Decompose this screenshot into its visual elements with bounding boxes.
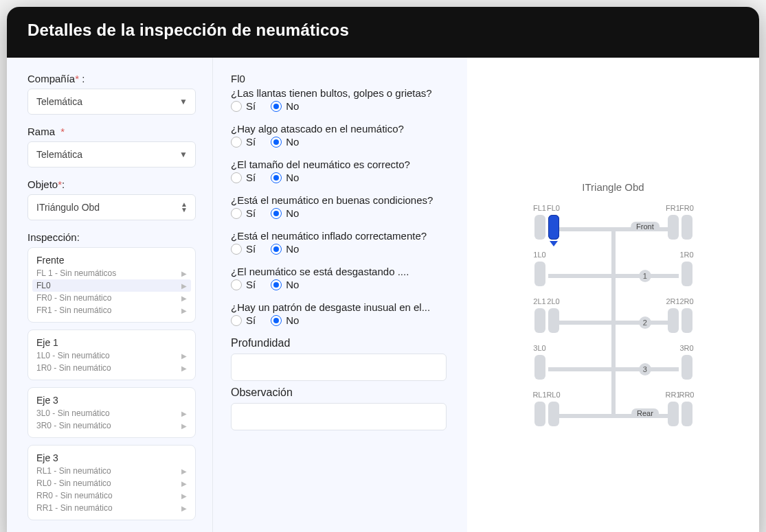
radio-icon bbox=[271, 244, 282, 255]
tire-3L0[interactable] bbox=[534, 355, 545, 380]
chevron-right-icon: ▶ bbox=[181, 467, 187, 475]
questions-list: ¿Las llantas tienen bultos, golpes o gri… bbox=[231, 87, 447, 326]
inspection-row[interactable]: 3R0 - Sin neumático▶ bbox=[36, 419, 187, 432]
inspection-row[interactable]: FR1 - Sin neumático▶ bbox=[36, 304, 187, 316]
object-label-text: Objeto bbox=[27, 178, 58, 190]
inspection-row-label: FL0 bbox=[36, 281, 51, 290]
inspection-row-label: 1L0 - Sin neumático bbox=[36, 351, 110, 360]
inspection-row[interactable]: RL0 - Sin neumático▶ bbox=[36, 477, 187, 489]
radio-icon bbox=[271, 137, 282, 148]
observation-input[interactable] bbox=[231, 403, 447, 430]
tire-2L1[interactable] bbox=[534, 308, 545, 333]
axle-number: 2 bbox=[639, 316, 651, 329]
inspection-row[interactable]: RL1 - Sin neumático▶ bbox=[36, 465, 187, 477]
tire-1R0[interactable] bbox=[681, 262, 692, 286]
tire-FL0[interactable] bbox=[548, 215, 559, 240]
tire-FR0[interactable] bbox=[681, 215, 692, 240]
inspection-row-label: 1R0 - Sin neumático bbox=[36, 363, 111, 373]
tire-2L0[interactable] bbox=[548, 308, 559, 333]
radio-row: SíNo bbox=[231, 136, 447, 148]
inspection-row[interactable]: FL 1 - Sin neumáticos▶ bbox=[36, 267, 187, 279]
axle: 3L03R03 bbox=[514, 340, 713, 385]
left-panel: Compañía* : ▼ Rama * ▼ Objeto*: bbox=[7, 58, 213, 532]
colon: : bbox=[62, 178, 65, 190]
page-body: Compañía* : ▼ Rama * ▼ Objeto*: bbox=[7, 58, 759, 532]
tire-2R0[interactable] bbox=[681, 308, 692, 333]
tire-FR1[interactable] bbox=[668, 215, 679, 240]
tire-RL1[interactable] bbox=[534, 402, 545, 426]
object-select[interactable] bbox=[27, 194, 196, 220]
radio-option-yes[interactable]: Sí bbox=[231, 100, 256, 112]
radio-icon bbox=[271, 315, 282, 326]
company-select[interactable] bbox=[27, 89, 196, 115]
inspection-row-label: RL1 - Sin neumático bbox=[36, 466, 111, 476]
inspection-row[interactable]: 1L0 - Sin neumático▶ bbox=[36, 349, 187, 362]
radio-icon bbox=[231, 137, 242, 148]
radio-option-no[interactable]: No bbox=[271, 314, 299, 326]
company-label: Compañía* : bbox=[27, 73, 196, 84]
inspection-row-label: 3L0 - Sin neumático bbox=[36, 408, 110, 418]
depth-label: Profundidad bbox=[231, 337, 447, 349]
inspection-label: Inspección: bbox=[27, 231, 196, 243]
required-marker: * bbox=[60, 126, 65, 137]
radio-icon bbox=[231, 101, 242, 112]
tire-1L0[interactable] bbox=[534, 262, 545, 286]
radio-label: No bbox=[286, 136, 299, 148]
radio-option-no[interactable]: No bbox=[271, 100, 299, 112]
tire-FL1[interactable] bbox=[534, 215, 545, 240]
axle: 2L12L02R02R12 bbox=[514, 293, 713, 338]
tire-label: 1L0 bbox=[532, 251, 548, 259]
inspection-row[interactable]: FL0▶ bbox=[32, 279, 191, 292]
tire-label: RL0 bbox=[545, 391, 562, 399]
radio-option-yes[interactable]: Sí bbox=[231, 207, 256, 219]
branch-select[interactable] bbox=[27, 141, 196, 167]
page-title: Detalles de la inspección de neumáticos bbox=[27, 21, 739, 40]
radio-option-yes[interactable]: Sí bbox=[231, 243, 256, 255]
chevron-right-icon: ▶ bbox=[181, 365, 187, 372]
question-text: ¿Hay un patrón de desgaste inusual en el… bbox=[231, 301, 447, 313]
radio-option-no[interactable]: No bbox=[271, 207, 299, 219]
radio-option-yes[interactable]: Sí bbox=[231, 172, 256, 183]
inspection-group: Eje 3RL1 - Sin neumático▶RL0 - Sin neumá… bbox=[27, 445, 196, 520]
radio-option-no[interactable]: No bbox=[271, 243, 299, 255]
inspection-group: FrenteFL 1 - Sin neumáticos▶FL0▶FR0 - Si… bbox=[27, 247, 196, 323]
radio-option-no[interactable]: No bbox=[271, 279, 299, 290]
radio-option-yes[interactable]: Sí bbox=[231, 279, 256, 290]
radio-row: SíNo bbox=[231, 100, 447, 112]
inspection-row-label: FR1 - Sin neumático bbox=[36, 305, 111, 315]
chevron-right-icon: ▶ bbox=[181, 410, 187, 417]
branch-label-text: Rama bbox=[27, 126, 55, 137]
tire-3R0[interactable] bbox=[681, 355, 692, 380]
tire-RR1[interactable] bbox=[668, 402, 679, 426]
tire-RR0[interactable] bbox=[681, 402, 692, 426]
page-header: Detalles de la inspección de neumáticos bbox=[7, 7, 759, 58]
inspection-row[interactable]: 3L0 - Sin neumático▶ bbox=[36, 407, 187, 419]
inspection-row[interactable]: 1R0 - Sin neumático▶ bbox=[36, 362, 187, 374]
radio-option-no[interactable]: No bbox=[271, 172, 299, 183]
radio-option-yes[interactable]: Sí bbox=[231, 136, 256, 148]
required-marker: * bbox=[75, 73, 79, 84]
radio-option-yes[interactable]: Sí bbox=[231, 314, 256, 326]
chevron-right-icon: ▶ bbox=[181, 307, 187, 314]
tire-label: 3L0 bbox=[532, 344, 548, 352]
axle-tag: Rear bbox=[631, 408, 659, 418]
inspection-row[interactable]: RR0 - Sin neumático▶ bbox=[36, 489, 187, 502]
inspection-group-title: Eje 3 bbox=[36, 393, 187, 407]
inspection-row[interactable]: FR0 - Sin neumático▶ bbox=[36, 292, 187, 304]
tire-RL0[interactable] bbox=[548, 402, 559, 426]
tire-2R1[interactable] bbox=[668, 308, 679, 333]
axle: RL1RL0RR0RR1Rear bbox=[514, 386, 713, 432]
radio-label: Sí bbox=[246, 207, 256, 219]
inspection-group-title: Eje 3 bbox=[36, 451, 187, 465]
object-label: Objeto*: bbox=[27, 178, 196, 190]
radio-icon bbox=[231, 208, 242, 219]
radio-label: No bbox=[286, 207, 299, 219]
radio-option-no[interactable]: No bbox=[271, 136, 299, 148]
radio-label: Sí bbox=[246, 172, 256, 183]
chevron-right-icon: ▶ bbox=[181, 492, 187, 500]
tire-label: 1R0 bbox=[679, 251, 695, 259]
inspection-row[interactable]: RR1 - Sin neumático▶ bbox=[36, 502, 187, 514]
tire-label: FR1 bbox=[665, 204, 681, 212]
depth-input[interactable] bbox=[231, 354, 447, 381]
company-label-text: Compañía bbox=[27, 73, 75, 84]
